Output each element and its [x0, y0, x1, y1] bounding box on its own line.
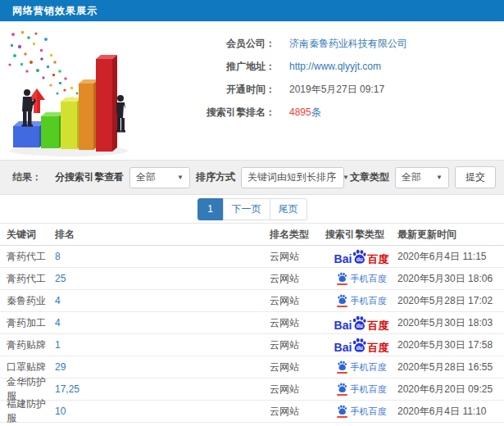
ranking-count-label: 搜索引擎排名：	[146, 106, 275, 120]
baidu-mobile-label: 手机百度	[351, 383, 387, 396]
table-row: 秦鲁药业4云网站 手机百度2020年5月28日 17:02	[0, 290, 504, 312]
engine-filter-select[interactable]: 全部 ▼	[129, 167, 190, 188]
rank-link[interactable]: 17,25	[55, 383, 79, 395]
baidu-logo-bai: Bai	[334, 342, 352, 353]
company-info: 会员公司： 济南秦鲁药业科技有限公司 推广地址： http://www.qlyy…	[146, 21, 504, 160]
keyword-cell: 膏药贴牌	[0, 338, 55, 352]
rank-type-cell: 云网站	[270, 405, 325, 419]
table-row: 膏药加工4云网站 Bai du 百度2020年5月30日 18:03	[0, 312, 504, 334]
baidu-logo-bai: Bai	[334, 320, 352, 331]
baidu-paw-icon	[337, 383, 347, 393]
promo-url-label: 推广地址：	[146, 60, 275, 74]
keyword-cell: 膏药加工	[0, 316, 55, 330]
search-engine-cell: 手机百度	[325, 360, 397, 374]
table-row: 口罩贴牌29云网站 手机百度2020年5月28日 16:55	[0, 356, 504, 378]
baidu-logo: Bai du 百度	[334, 315, 389, 331]
header-update-time: 最新更新时间	[397, 228, 504, 242]
bar-orange	[79, 79, 98, 150]
baidu-logo: Bai du 百度	[334, 338, 389, 353]
baidu-mobile-underline	[337, 416, 347, 418]
header-rank-type: 排名类型	[270, 228, 325, 242]
bar-chart-illustration	[0, 21, 146, 160]
baidu-mobile-icon	[337, 405, 347, 418]
sort-select[interactable]: 关键词由短到长排序 ▼	[241, 167, 344, 188]
baidu-mobile-underline	[337, 372, 347, 374]
chevron-down-icon: ▼	[436, 174, 443, 181]
baidu-paw-icon	[337, 405, 347, 415]
sort-value: 关键词由短到长排序	[247, 170, 336, 184]
sort-label: 排序方式	[196, 170, 235, 184]
baidu-logo-bai: Bai	[334, 253, 352, 265]
bar-red	[96, 55, 117, 152]
search-engine-cell: 手机百度	[325, 272, 397, 285]
update-time-cell: 2020年5月28日 16:55	[397, 360, 504, 374]
last-page-button[interactable]: 尾页	[270, 198, 307, 220]
baidu-logo-cn: 百度	[367, 254, 388, 265]
update-time-cell: 2020年5月28日 17:02	[397, 294, 504, 308]
page-1-button[interactable]: 1	[198, 198, 224, 220]
member-company-link[interactable]: 济南秦鲁药业科技有限公司	[289, 37, 407, 51]
rank-type-cell: 云网站	[270, 272, 325, 286]
rank-type-cell: 云网站	[270, 338, 325, 352]
baidu-mobile-icon	[337, 294, 347, 307]
baidu-paw-icon	[337, 294, 347, 305]
baidu-mobile-underline	[337, 283, 347, 285]
keyword-cell: 膏药代工	[0, 272, 55, 286]
svg-text:du: du	[356, 344, 363, 350]
member-company-label: 会员公司：	[146, 37, 275, 51]
rank-type-cell: 云网站	[270, 383, 325, 397]
keyword-cell: 秦鲁药业	[0, 294, 55, 308]
rank-link[interactable]: 1	[55, 339, 61, 351]
update-time-cell: 2020年5月30日 17:58	[397, 338, 504, 352]
rank-link[interactable]: 10	[55, 406, 66, 417]
ranking-count-number: 4895	[289, 106, 311, 118]
baidu-paw-icon: du	[352, 249, 367, 265]
search-engine-cell: Bai du 百度	[325, 338, 397, 353]
rank-type-cell: 云网站	[270, 360, 325, 374]
baidu-mobile-logo: 手机百度	[337, 294, 387, 307]
article-type-value: 全部	[402, 170, 421, 184]
baidu-mobile-icon	[337, 383, 347, 396]
rank-link[interactable]: 25	[55, 273, 66, 284]
filter-bar: 结果： 分搜索引擎查看 全部 ▼ 排序方式 关键词由短到长排序 ▼ 文章类型 全…	[0, 160, 504, 195]
result-label: 结果：	[12, 170, 42, 184]
promo-url-link[interactable]: http://www.qlyyjt.com	[289, 61, 381, 72]
svg-text:du: du	[356, 322, 363, 328]
page-title: 网络营销效果展示	[0, 0, 504, 21]
rank-type-cell: 云网站	[270, 316, 325, 330]
rank-link[interactable]: 4	[55, 317, 61, 329]
svg-text:du: du	[356, 256, 363, 261]
header-engine-type: 搜索引擎类型	[325, 228, 397, 242]
engine-filter-value: 全部	[136, 170, 156, 184]
pagination: 1 下一页 尾页	[198, 198, 307, 220]
search-engine-cell: 手机百度	[325, 294, 397, 307]
table-row: 膏药代工8云网站 Bai du 百度2020年6月4日 11:15	[0, 246, 504, 268]
ranking-count-value: 4895条	[289, 106, 321, 120]
baidu-paw-icon: du	[352, 315, 367, 331]
submit-button[interactable]: 提交	[455, 166, 496, 188]
open-time-value: 2019年5月27日 09:17	[289, 83, 384, 97]
baidu-paw-icon	[337, 272, 347, 283]
baidu-mobile-label: 手机百度	[351, 361, 387, 374]
baidu-mobile-label: 手机百度	[351, 406, 387, 418]
rank-link[interactable]: 8	[55, 251, 61, 262]
update-time-cell: 2020年6月4日 11:15	[397, 250, 504, 264]
next-page-button[interactable]: 下一页	[223, 198, 270, 220]
keyword-cell: 膏药代工	[0, 250, 55, 264]
table-header-row: 关键词 排名 排名类型 搜索引擎类型 最新更新时间	[0, 223, 504, 246]
article-type-select[interactable]: 全部 ▼	[395, 167, 449, 188]
update-time-cell: 2020年6月4日 11:10	[397, 405, 504, 419]
article-type-label: 文章类型	[350, 170, 389, 184]
baidu-paw-icon	[337, 360, 347, 371]
keyword-cell: 福建防护服	[0, 397, 55, 425]
rank-link[interactable]: 4	[55, 295, 61, 306]
baidu-logo-cn: 百度	[367, 320, 388, 331]
baidu-logo: Bai du 百度	[334, 249, 389, 265]
rank-link[interactable]: 29	[55, 361, 66, 373]
search-engine-cell: Bai du 百度	[325, 315, 397, 331]
confetti-dots	[8, 31, 78, 100]
open-time-label: 开通时间：	[146, 83, 275, 97]
table-row: 膏药代工25云网站 手机百度2020年5月30日 18:06	[0, 268, 504, 290]
baidu-mobile-label: 手机百度	[351, 273, 387, 285]
update-time-cell: 2020年5月30日 18:03	[397, 316, 504, 330]
